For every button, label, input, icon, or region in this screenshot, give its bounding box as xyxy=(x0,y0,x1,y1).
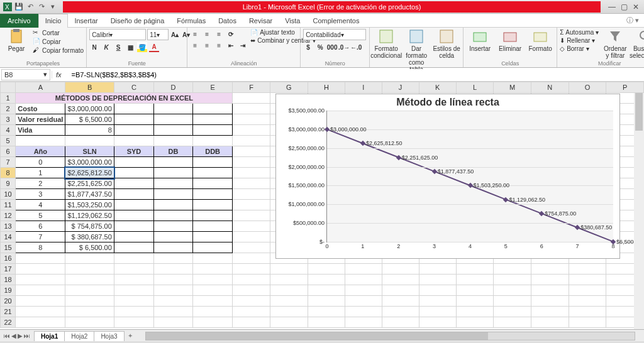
currency-icon[interactable]: $ xyxy=(303,42,313,52)
cell-F22[interactable] xyxy=(233,317,270,328)
cell-C20[interactable] xyxy=(114,296,153,307)
cell-F8[interactable] xyxy=(233,168,270,178)
cell-O22[interactable] xyxy=(569,317,606,328)
align-center-icon[interactable]: ≡ xyxy=(202,40,212,50)
row-header-17[interactable]: 17 xyxy=(1,264,16,275)
conditional-format-button[interactable]: Formato condicional xyxy=(372,29,400,59)
cell-N20[interactable] xyxy=(531,296,569,307)
column-header-B[interactable]: B xyxy=(65,82,114,93)
cell-B18[interactable] xyxy=(65,275,114,285)
cell-J18[interactable] xyxy=(382,275,419,285)
formula-input[interactable] xyxy=(69,69,644,80)
format-table-button[interactable]: Dar formato como tabla xyxy=(402,29,430,73)
cell-A11[interactable]: 4 xyxy=(16,200,65,210)
indent-dec-icon[interactable]: ⇤ xyxy=(226,40,236,50)
cell-B19[interactable] xyxy=(65,285,114,296)
cell-styles-button[interactable]: Estilos de celda xyxy=(433,29,460,59)
ribbon-help-icon[interactable]: ⓘ ▾ xyxy=(621,16,644,25)
cell-B20[interactable] xyxy=(65,296,114,307)
cell-D22[interactable] xyxy=(154,317,193,328)
cell-B6[interactable]: SLN xyxy=(65,146,114,157)
cell-C14[interactable] xyxy=(114,232,153,242)
cell-E7[interactable] xyxy=(192,157,233,168)
sheet-nav-next-icon[interactable]: ▶ xyxy=(18,332,23,339)
ribbon-tab-revisar[interactable]: Revisar xyxy=(243,14,279,28)
new-sheet-icon[interactable]: ✦ xyxy=(124,332,136,339)
cell-F14[interactable] xyxy=(233,232,270,242)
cell-H22[interactable] xyxy=(308,317,345,328)
paste-button[interactable]: Pegar xyxy=(3,29,30,52)
cell-D6[interactable]: DB xyxy=(154,146,193,157)
cell-F21[interactable] xyxy=(233,307,270,317)
ribbon-tab-vista[interactable]: Vista xyxy=(279,14,306,28)
cell-B10[interactable]: $1,877,437.50 xyxy=(65,189,114,200)
cell-D3[interactable] xyxy=(154,114,193,125)
cell-A20[interactable] xyxy=(16,296,65,307)
cell-G18[interactable] xyxy=(270,275,308,285)
cell-O18[interactable] xyxy=(569,275,606,285)
cell-B9[interactable]: $2,251,625.00 xyxy=(65,178,114,189)
fill-color-icon[interactable]: 🪣 xyxy=(137,42,147,52)
cell-L19[interactable] xyxy=(456,285,493,296)
sheet-nav-first-icon[interactable]: ⏮ xyxy=(4,332,10,339)
decrease-decimal-icon[interactable]: ←.0 xyxy=(351,42,361,52)
cell-A8[interactable]: 1 xyxy=(16,168,65,178)
row-header-5[interactable]: 5 xyxy=(1,136,16,146)
cell-B12[interactable]: $1,129,062.50 xyxy=(65,210,114,221)
clear-button[interactable]: ◇ Borrar ▾ xyxy=(560,45,599,52)
row-header-2[interactable]: 2 xyxy=(1,104,16,114)
cell-L17[interactable] xyxy=(456,264,493,275)
cell-C3[interactable] xyxy=(114,114,153,125)
row-header-20[interactable]: 20 xyxy=(1,296,16,307)
cell-A18[interactable] xyxy=(16,275,65,285)
cell-F13[interactable] xyxy=(233,221,270,232)
cell-J20[interactable] xyxy=(382,296,419,307)
cell-A13[interactable]: 6 xyxy=(16,221,65,232)
cell-D18[interactable] xyxy=(154,275,193,285)
align-right-icon[interactable]: ≡ xyxy=(214,40,224,50)
cell-F19[interactable] xyxy=(233,285,270,296)
fill-button[interactable]: ⬇ Rellenar ▾ xyxy=(560,37,599,44)
cell-M20[interactable] xyxy=(494,296,531,307)
cell-C18[interactable] xyxy=(114,275,153,285)
row-header-14[interactable]: 14 xyxy=(1,232,16,242)
cell-K20[interactable] xyxy=(419,296,456,307)
cell-L18[interactable] xyxy=(456,275,493,285)
cell-E10[interactable] xyxy=(192,189,233,200)
column-header-M[interactable]: M xyxy=(494,82,531,93)
cell-C6[interactable]: SYD xyxy=(114,146,153,157)
column-header-J[interactable]: J xyxy=(382,82,419,93)
cell-O20[interactable] xyxy=(569,296,606,307)
cell-J17[interactable] xyxy=(382,264,419,275)
row-header-16[interactable]: 16 xyxy=(1,253,16,264)
cell-B5[interactable] xyxy=(65,136,114,146)
cell-A22[interactable] xyxy=(16,317,65,328)
cell-F5[interactable] xyxy=(233,136,270,146)
cell-C17[interactable] xyxy=(114,264,153,275)
copy-button[interactable]: 📄Copiar xyxy=(33,38,84,45)
cell-A17[interactable] xyxy=(16,264,65,275)
cell-F3[interactable] xyxy=(233,114,270,125)
cell-A9[interactable]: 2 xyxy=(16,178,65,189)
qat-dropdown-icon[interactable]: ▾ xyxy=(48,2,58,12)
cell-A5[interactable] xyxy=(16,136,65,146)
ribbon-tab-complementos[interactable]: Complementos xyxy=(306,14,365,28)
row-header-15[interactable]: 15 xyxy=(1,242,16,253)
cell-K21[interactable] xyxy=(419,307,456,317)
cell-A21[interactable] xyxy=(16,307,65,317)
column-header-E[interactable]: E xyxy=(192,82,233,93)
cell-G21[interactable] xyxy=(270,307,308,317)
cell-A3[interactable]: Valor residual xyxy=(16,114,65,125)
select-all-corner[interactable] xyxy=(1,82,16,93)
border-icon[interactable]: ▦ xyxy=(125,42,135,52)
cell-H19[interactable] xyxy=(308,285,345,296)
cell-C16[interactable] xyxy=(114,253,153,264)
column-header-K[interactable]: K xyxy=(419,82,456,93)
cell-M21[interactable] xyxy=(494,307,531,317)
cell-E14[interactable] xyxy=(192,232,233,242)
align-left-icon[interactable]: ≡ xyxy=(190,40,200,50)
cell-J19[interactable] xyxy=(382,285,419,296)
cell-B11[interactable]: $1,503,250.00 xyxy=(65,200,114,210)
undo-icon[interactable]: ↶ xyxy=(25,2,35,12)
font-name-combo[interactable]: Calibri ▾ xyxy=(89,29,146,40)
